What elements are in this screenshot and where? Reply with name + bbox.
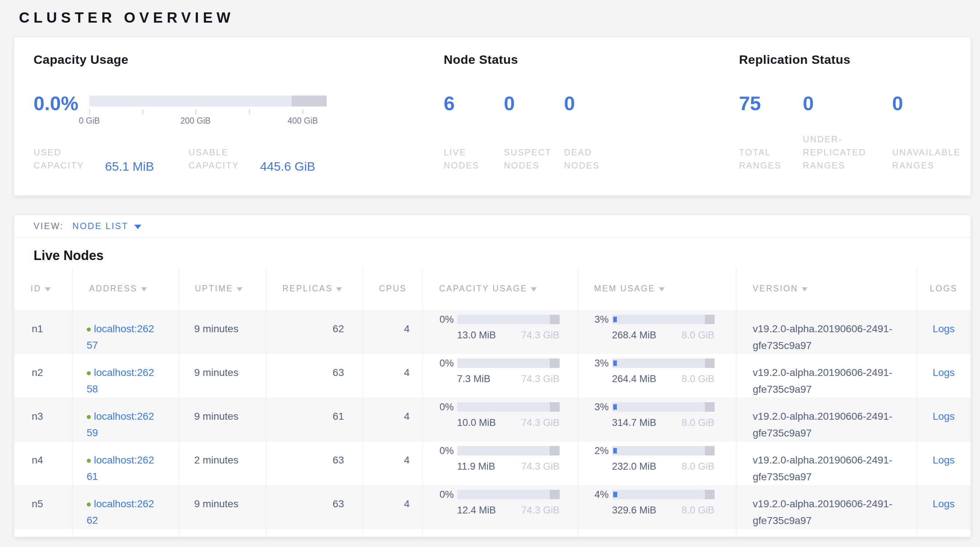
column-header-capacity-usage[interactable]: CAPACITY USAGE [423,267,578,310]
sort-caret-icon [802,287,808,291]
summary-stat: 6LIVE NODES [444,93,504,172]
capacity-stat: USED CAPACITY65.1 MiB [33,146,154,172]
column-header-label: REPLICAS [283,284,333,293]
live-nodes-card: VIEW: NODE LIST Live Nodes IDADDRESSUPTI… [14,215,971,537]
usage-bar-fill [613,448,617,454]
stat-label: USABLE CAPACITY [188,146,254,172]
usage-bar [457,446,560,455]
stat-label: DEAD NODES [564,146,617,172]
cpus-cell: 4 [363,310,423,354]
column-header-id[interactable]: ID [14,267,73,310]
total-value: 8.0 GiB [681,373,714,385]
stat-value: 445.6 GiB [260,159,315,173]
stat-value: 0 [504,93,564,114]
uptime-cell: 9 minutes [178,310,266,354]
live-status-dot-icon [87,502,91,507]
view-label: VIEW: [33,221,64,231]
usage-bar-tail-segment [550,402,560,412]
column-header-uptime[interactable]: UPTIME [178,267,266,310]
stat-label: TOTAL RANGES [739,146,795,172]
usage-bar-tail-segment [705,402,714,412]
total-value: 74.3 GiB [521,373,559,385]
logs-cell: Logs [916,310,970,354]
node-id-cell: n4 [14,442,73,485]
logs-link[interactable]: Logs [932,498,955,509]
capacity-usage-section: Capacity Usage 0.0% 0 GiB200 GiB400 GiB … [33,52,444,196]
view-selected-value: NODE LIST [73,221,129,231]
capacity-usage-cell: 0%11.9 MiB74.3 GiB [423,442,578,485]
usage-values: 268.4 MiB8.0 GiB [612,329,714,341]
usage-percent: 0% [432,357,454,369]
used-value: 13.0 MiB [457,329,496,341]
node-address-link[interactable]: localhost:26257 [87,323,154,351]
node-id-cell: n5 [14,485,73,529]
table-row: n5localhost:262629 minutes6340%12.4 MiB7… [14,485,970,529]
total-value: 74.3 GiB [521,329,559,341]
usage-values: 329.6 MiB8.0 GiB [612,504,714,516]
usage-bar-fill [613,492,617,498]
usage-bar-tail-segment [705,358,714,368]
stat-label: LIVE NODES [444,146,496,172]
usage-cell-top: 0% [432,357,578,369]
mem-usage-cell: 3%264.4 MiB8.0 GiB [578,354,736,398]
stat-value: 0 [892,93,969,114]
usage-cell-top: 2% [587,445,736,457]
usage-cell-top: 3% [587,357,736,369]
mem-usage-cell: 3%268.4 MiB8.0 GiB [578,310,736,354]
node-id-cell: n2 [14,354,73,398]
usage-cell-top: 3% [587,313,736,326]
version-cell: v19.2.0-alpha.20190606-2491-gfe735c9a97 [736,485,916,529]
table-row: n3localhost:262599 minutes6140%10.0 MiB7… [14,398,970,442]
usage-bar-tail-segment [550,358,560,368]
column-header-mem-usage[interactable]: MEM USAGE [578,267,736,310]
node-address-link[interactable]: localhost:26261 [87,454,154,482]
usage-bar [457,358,560,368]
node-address-cell: localhost:26259 [73,398,178,442]
uptime-cell: 9 minutes [178,398,266,442]
logs-link[interactable]: Logs [932,410,955,422]
logs-link[interactable]: Logs [932,367,955,378]
logs-link[interactable]: Logs [932,454,955,466]
replicas-cell: 61 [266,398,363,442]
empty-cell [363,529,423,537]
summary-stat: 0SUSPECT NODES [504,93,564,172]
column-header-cpus: CPUS [363,267,423,310]
stat-label: UNDER-REPLICATED RANGES [803,133,874,172]
usage-bar-tail-segment [550,446,560,455]
uptime-cell: 9 minutes [178,485,266,529]
view-selector-dropdown[interactable]: NODE LIST [73,221,142,231]
column-header-address[interactable]: ADDRESS [73,267,178,310]
usage-values: 13.0 MiB74.3 GiB [457,329,560,341]
column-header-version[interactable]: VERSION [736,267,916,310]
replicas-cell: 63 [266,442,363,485]
logs-link[interactable]: Logs [932,323,955,334]
uptime-cell: 9 minutes [178,354,266,398]
used-value: 268.4 MiB [612,329,657,341]
mem-usage-cell: 3%314.7 MiB8.0 GiB [578,398,736,442]
usage-bar-tail-segment [705,490,714,499]
usage-values: 10.0 MiB74.3 GiB [457,417,560,429]
node-address-link[interactable]: localhost:26259 [87,410,154,438]
capacity-usage-cell: 0%12.4 MiB74.3 GiB [423,485,578,529]
total-value: 8.0 GiB [681,417,714,429]
column-header-label: ADDRESS [89,284,137,293]
node-address-link[interactable]: localhost:26258 [87,367,154,394]
column-header-replicas[interactable]: REPLICAS [266,267,363,310]
empty-cell [73,529,178,537]
sort-caret-icon [659,287,665,291]
usage-cell-top: 4% [587,488,736,501]
view-bar: VIEW: NODE LIST [14,215,970,238]
node-id-cell: n3 [14,398,73,442]
usage-bar [612,490,714,499]
used-value: 12.4 MiB [457,504,496,516]
used-value: 314.7 MiB [612,417,657,429]
live-status-dot-icon [87,415,91,419]
live-status-dot-icon [87,371,91,375]
node-address-link[interactable]: localhost:26262 [87,498,154,526]
sort-caret-icon [45,287,51,291]
usage-bar [612,315,714,324]
total-value: 8.0 GiB [681,329,714,341]
cluster-summary-card: Capacity Usage 0.0% 0 GiB200 GiB400 GiB … [14,37,971,196]
node-status-title: Node Status [444,52,739,67]
capacity-stats: USED CAPACITY65.1 MiBUSABLE CAPACITY445.… [33,146,444,172]
